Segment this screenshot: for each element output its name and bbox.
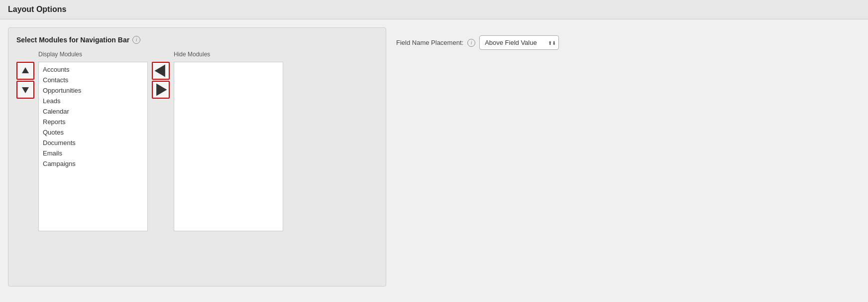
svg-marker-0 xyxy=(22,67,29,73)
list-item[interactable]: Reports xyxy=(39,117,147,127)
hide-modules-section: Hide Modules xyxy=(174,51,283,231)
modules-container: Display Modules AccountsContactsOpportun… xyxy=(16,51,378,231)
panel-header: Select Modules for Navigation Bar i xyxy=(16,36,378,44)
info-icon-field[interactable]: i xyxy=(467,39,475,47)
hide-modules-list[interactable] xyxy=(174,62,283,231)
transfer-left-icon xyxy=(153,63,169,79)
move-buttons xyxy=(16,62,34,99)
display-modules-list[interactable]: AccountsContactsOpportunitiesLeadsCalend… xyxy=(38,62,148,231)
svg-marker-3 xyxy=(156,84,167,96)
list-item[interactable]: Quotes xyxy=(39,127,147,138)
list-item[interactable]: Opportunities xyxy=(39,85,147,96)
move-up-icon xyxy=(21,66,30,75)
display-modules-label: Display Modules xyxy=(38,51,148,58)
right-panel: Field Name Placement: i Above Field Valu… xyxy=(396,29,559,56)
list-item[interactable]: Documents xyxy=(39,138,147,148)
page-wrapper: Layout Options Select Modules for Naviga… xyxy=(0,0,868,302)
svg-marker-2 xyxy=(155,65,165,77)
main-content: Select Modules for Navigation Bar i xyxy=(0,19,868,295)
list-item[interactable]: Emails xyxy=(39,148,147,158)
page-title: Layout Options xyxy=(8,5,66,13)
transfer-right-icon xyxy=(153,82,169,98)
transfer-buttons xyxy=(152,62,170,99)
list-item[interactable]: Contacts xyxy=(39,75,147,85)
left-panel: Select Modules for Navigation Bar i xyxy=(8,27,386,287)
hide-modules-label: Hide Modules xyxy=(174,51,283,58)
move-down-button[interactable] xyxy=(16,81,34,99)
list-item[interactable]: Campaigns xyxy=(39,158,147,169)
move-up-button[interactable] xyxy=(16,62,34,80)
list-item[interactable]: Accounts xyxy=(39,64,147,75)
list-item[interactable]: Calendar xyxy=(39,106,147,117)
transfer-left-button[interactable] xyxy=(152,62,170,80)
transfer-right-button[interactable] xyxy=(152,81,170,99)
panel-title: Select Modules for Navigation Bar xyxy=(16,36,129,44)
field-name-placement-label: Field Name Placement: xyxy=(396,39,463,46)
svg-marker-1 xyxy=(22,87,29,93)
field-placement-select[interactable]: Above Field ValueLeft of Field ValueRigh… xyxy=(479,35,559,50)
display-modules-section: Display Modules AccountsContactsOpportun… xyxy=(38,51,148,231)
move-down-icon xyxy=(21,85,30,94)
list-item[interactable]: Leads xyxy=(39,96,147,106)
field-placement-select-wrapper: Above Field ValueLeft of Field ValueRigh… xyxy=(479,35,559,50)
info-icon-panel[interactable]: i xyxy=(132,36,140,44)
page-title-bar: Layout Options xyxy=(0,0,868,19)
